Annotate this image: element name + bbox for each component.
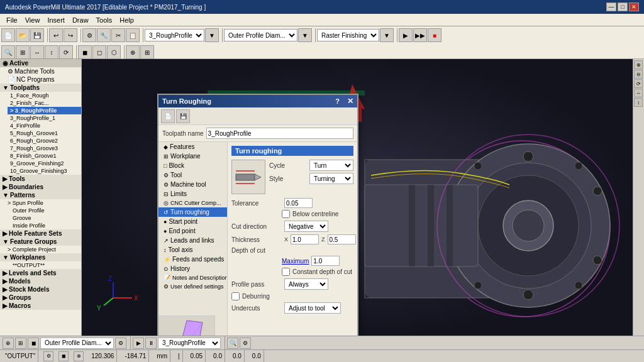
save-btn[interactable]: 💾 — [30, 28, 44, 42]
nav-tool-axis[interactable]: ↕Tool axis — [158, 245, 227, 255]
undo-btn[interactable]: ↩ — [49, 28, 63, 42]
tree-machine-tools[interactable]: ⚙Machine Tools — [0, 67, 81, 75]
tree-output[interactable]: **OUTPUT** — [10, 261, 81, 269]
dialog-save-btn[interactable]: 💾 — [176, 109, 190, 123]
menu-insert[interactable]: Insert — [43, 15, 69, 25]
right-btn-2[interactable]: ⊖ — [634, 70, 643, 79]
nav-block[interactable]: □Block — [158, 161, 227, 170]
nav-turn-roughing[interactable]: ↺Turn roughing — [158, 207, 227, 217]
dialog-new-btn[interactable]: 📄 — [161, 109, 175, 123]
nav-user-defined[interactable]: ⚙User defined settings — [158, 282, 227, 291]
menu-view[interactable]: View — [21, 15, 44, 25]
bottom-toolpath-select[interactable]: 3_RoughProfile — [158, 337, 221, 349]
tree-stock-models[interactable]: ▶Stock Models — [0, 285, 81, 293]
menu-tools[interactable]: Tools — [92, 15, 116, 25]
dialog-help-button[interactable]: ? — [335, 97, 340, 105]
tb-btn6[interactable]: 📋 — [126, 28, 140, 42]
toolpath-name-input[interactable] — [206, 128, 353, 139]
style-select[interactable]: Turning Facing — [309, 173, 353, 184]
tree-groups[interactable]: ▶Groups — [0, 293, 81, 302]
persp-btn[interactable]: ⬡ — [107, 45, 121, 59]
tb-btn5[interactable]: ✂ — [111, 28, 125, 42]
strategy-dropdown[interactable]: Raster Finishing — [317, 29, 379, 41]
new-btn[interactable]: 📄 — [1, 28, 15, 42]
right-btn-5[interactable]: ↕ — [634, 98, 643, 107]
nav-features[interactable]: ◆Features — [158, 142, 227, 151]
nav-workplane[interactable]: ⊞Workplane — [158, 151, 227, 161]
nav-notes[interactable]: 📝Notes and Description — [158, 273, 227, 282]
thickness-z-input[interactable] — [328, 234, 356, 244]
tb-btn8[interactable]: ▼ — [298, 28, 312, 42]
minimize-button[interactable]: — — [606, 3, 616, 11]
tree-6-rough-groove[interactable]: 6_Rough_Groove2 — [8, 137, 81, 145]
cut-direction-select[interactable]: Negative Positive — [284, 221, 328, 232]
tree-inside-profile[interactable]: Inside Profile — [10, 222, 81, 229]
undercuts-select[interactable]: Adjust to tool Ignore Error — [284, 302, 341, 314]
right-btn-4[interactable]: ↔ — [634, 89, 643, 97]
bottom-btn-8[interactable]: ⚙ — [240, 337, 251, 349]
nav-start-point[interactable]: ●Start point — [158, 217, 227, 226]
tree-2-finish[interactable]: 2_Finish_Fac... — [8, 99, 81, 107]
deburring-checkbox[interactable] — [231, 292, 240, 300]
nav-machine-tool[interactable]: ⚙Machine tool — [158, 180, 227, 189]
tree-feature-groups[interactable]: ▼Feature Groups — [0, 238, 81, 246]
bottom-btn-5[interactable]: ▶ — [133, 337, 144, 349]
tree-complete-project[interactable]: > Complete Project — [5, 246, 81, 253]
tb-btn4[interactable]: 🔧 — [97, 28, 111, 42]
tree-3-rough-profile[interactable]: > 3_RoughProfile — [8, 107, 81, 114]
nav-tool[interactable]: ⚙Tool — [158, 170, 227, 180]
view-btn1[interactable]: 🔍 — [1, 45, 15, 59]
bottom-btn-6[interactable]: ⏸ — [145, 337, 157, 349]
tree-macros[interactable]: ▶Macros — [0, 302, 81, 310]
view-btn5[interactable]: ⟳ — [59, 45, 73, 59]
menu-draw[interactable]: Draw — [69, 15, 92, 25]
tree-toolpaths[interactable]: ▼Toolpaths — [0, 84, 81, 92]
tree-5-rough-groove[interactable]: 5_Rough_Groove1 — [8, 129, 81, 137]
profile-pass-select[interactable]: Always Never Last — [284, 278, 328, 290]
tree-4-fin[interactable]: 4_FinProfile — [8, 122, 81, 129]
constant-depth-checkbox[interactable] — [282, 268, 290, 276]
thickness-x-input[interactable] — [291, 234, 319, 244]
tb-btn3[interactable]: ⚙ — [82, 28, 96, 42]
status-btn-1[interactable]: ⚙ — [43, 351, 53, 361]
tree-groove[interactable]: Groove — [10, 214, 81, 222]
stop-btn[interactable]: ■ — [428, 28, 441, 42]
tree-8-finish-groove[interactable]: 8_Finish_Groove1 — [8, 152, 81, 160]
snap-btn[interactable]: ⊕ — [126, 45, 140, 59]
right-btn-3[interactable]: ⟳ — [634, 79, 643, 88]
bottom-btn-3[interactable]: ◼ — [28, 337, 39, 349]
menu-file[interactable]: File — [3, 15, 21, 25]
nav-leads-links[interactable]: ↗Leads and links — [158, 236, 227, 245]
calc-btn[interactable]: ▶ — [399, 28, 413, 42]
right-btn-1[interactable]: ⊕ — [634, 60, 643, 69]
status-btn-3[interactable]: ⊕ — [74, 351, 84, 361]
bottom-btn-4[interactable]: ⚙ — [115, 337, 126, 349]
tree-nc-programs[interactable]: 📄NC Programs — [0, 75, 81, 84]
view-btn4[interactable]: ↕ — [45, 45, 58, 59]
nav-end-point[interactable]: ●End point — [158, 226, 227, 236]
nav-history[interactable]: ⊙History — [158, 264, 227, 273]
tree-spun-profile[interactable]: > Spun Profile — [5, 199, 81, 207]
bottom-btn-7[interactable]: 🔍 — [227, 337, 238, 349]
open-btn[interactable]: 📂 — [16, 28, 30, 42]
tree-levels[interactable]: ▶Levels and Sets — [0, 269, 81, 277]
tree-workplanes[interactable]: ▼Workplanes — [0, 253, 81, 261]
bottom-btn-1[interactable]: ⊕ — [3, 337, 14, 349]
tree-3-rough-profile-1[interactable]: 3_RoughProfile_1 — [8, 114, 81, 122]
grid-btn[interactable]: ⊞ — [140, 45, 154, 59]
tree-boundaries[interactable]: ▶Boundaries — [0, 183, 81, 191]
bottom-profile-select[interactable]: Outer Profile Diam... — [40, 337, 114, 349]
cycle-select[interactable]: Turn Face Profile — [309, 160, 353, 171]
nav-cnc[interactable]: ◎CNC Cutter Comp... — [158, 199, 227, 207]
wire-btn[interactable]: ◻ — [92, 45, 106, 59]
status-btn-2[interactable]: ◼ — [58, 351, 69, 361]
close-button[interactable]: ✕ — [629, 3, 639, 11]
tree-7-rough-groove[interactable]: 7_Rough_Groove3 — [8, 145, 81, 152]
tree-9-groove-finishing[interactable]: 9_Groove_Finishing2 — [8, 160, 81, 167]
tb-btn7[interactable]: ▼ — [205, 28, 219, 42]
calc-all-btn[interactable]: ▶▶ — [413, 28, 427, 42]
view-btn3[interactable]: ↔ — [30, 45, 44, 59]
nav-feeds-speeds[interactable]: ⚡Feeds and speeds — [158, 255, 227, 264]
view-btn2[interactable]: ⊞ — [16, 45, 30, 59]
dialog-close-button[interactable]: ✕ — [347, 97, 353, 106]
